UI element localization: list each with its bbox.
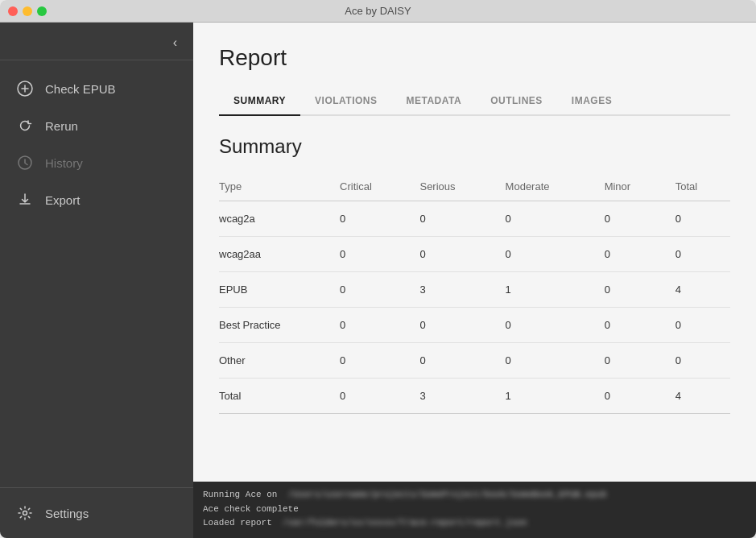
- tab-metadata[interactable]: METADATA: [392, 87, 477, 116]
- cell-value: 0: [330, 308, 410, 343]
- cell-value: 3: [410, 272, 495, 308]
- cell-value: 0: [666, 237, 730, 272]
- cell-value: 0: [595, 379, 666, 414]
- cell-value: 0: [595, 237, 666, 272]
- col-total: Total: [666, 174, 730, 201]
- settings-icon: [16, 504, 34, 522]
- sidebar-bottom: Settings: [0, 487, 193, 538]
- cell-value: 0: [330, 379, 410, 414]
- close-button[interactable]: [8, 6, 18, 16]
- table-header-row: Type Critical Serious Moderate Minor Tot…: [219, 174, 730, 201]
- rerun-icon: [16, 117, 34, 134]
- cell-value: 0: [330, 343, 410, 379]
- cell-value: 4: [666, 272, 730, 308]
- sidebar-nav: Check EPUB Rerun: [0, 60, 193, 487]
- col-moderate: Moderate: [496, 174, 595, 201]
- report-title: Report: [219, 45, 730, 71]
- history-label: History: [45, 156, 83, 170]
- table-row: Total03104: [219, 379, 730, 414]
- cell-value: 0: [330, 272, 410, 308]
- log-path-1: /Users/username/projects/SomeProject/boo…: [288, 490, 607, 499]
- cell-value: 0: [410, 308, 495, 343]
- log-bar: Running Ace on /Users/username/projects/…: [193, 482, 756, 538]
- settings-label: Settings: [45, 507, 89, 520]
- table-row: wcag2a00000: [219, 201, 730, 237]
- cell-type: Best Practice: [219, 308, 330, 343]
- rerun-label: Rerun: [45, 119, 78, 133]
- table-row: Other00000: [219, 343, 730, 379]
- svg-point-4: [23, 511, 27, 515]
- col-serious: Serious: [410, 174, 495, 201]
- cell-value: 1: [496, 379, 595, 414]
- sidebar-item-export[interactable]: Export: [0, 181, 193, 218]
- cell-value: 0: [595, 201, 666, 237]
- cell-value: 0: [496, 201, 595, 237]
- tab-summary[interactable]: SUMMARY: [219, 87, 300, 116]
- cell-value: 0: [595, 308, 666, 343]
- export-icon: [16, 191, 34, 209]
- cell-type: Total: [219, 379, 330, 414]
- table-row: Best Practice00000: [219, 308, 730, 343]
- cell-type: Other: [219, 343, 330, 379]
- cell-type: wcag2aa: [219, 237, 330, 272]
- cell-value: 0: [496, 237, 595, 272]
- cell-type: EPUB: [219, 272, 330, 308]
- cell-value: 0: [496, 343, 595, 379]
- cell-value: 0: [410, 343, 495, 379]
- export-label: Export: [45, 193, 80, 207]
- cell-value: 4: [666, 379, 730, 414]
- sidebar-collapse-section: ‹: [0, 23, 193, 60]
- sidebar: ‹ Check EPUB: [0, 23, 193, 538]
- log-line-2: Ace check complete: [203, 503, 746, 517]
- col-type: Type: [219, 174, 330, 201]
- cell-value: 0: [330, 237, 410, 272]
- report-header: Report SUMMARY VIOLATIONS METADATA OUTLI…: [193, 23, 756, 116]
- cell-value: 0: [410, 201, 495, 237]
- tab-images[interactable]: IMAGES: [557, 87, 626, 116]
- cell-value: 0: [666, 201, 730, 237]
- summary-title: Summary: [219, 135, 730, 158]
- cell-type: wcag2a: [219, 201, 330, 237]
- main-content: Report SUMMARY VIOLATIONS METADATA OUTLI…: [193, 23, 756, 538]
- summary-body: Summary Type Critical Serious Moderate M…: [193, 116, 756, 482]
- history-icon: [16, 154, 34, 172]
- title-bar: Ace by DAISY: [0, 0, 756, 23]
- cell-value: 3: [410, 379, 495, 414]
- table-row: EPUB03104: [219, 272, 730, 308]
- minimize-button[interactable]: [23, 6, 32, 16]
- sidebar-item-check-epub[interactable]: Check EPUB: [0, 70, 193, 107]
- tabs-container: SUMMARY VIOLATIONS METADATA OUTLINES IMA…: [219, 87, 730, 116]
- window-controls: [8, 6, 47, 16]
- log-line-3: Loaded report /var/folders/xx/xxxxx/T/ac…: [203, 516, 746, 531]
- cell-value: 0: [666, 308, 730, 343]
- col-critical: Critical: [330, 174, 410, 201]
- log-path-2: /var/folders/xx/xxxxx/T/ace-report/repor…: [283, 518, 527, 528]
- cell-value: 0: [330, 201, 410, 237]
- sidebar-item-history[interactable]: History: [0, 144, 193, 181]
- collapse-sidebar-button[interactable]: ‹: [170, 34, 180, 52]
- window-title: Ace by DAISY: [345, 5, 411, 17]
- col-minor: Minor: [595, 174, 666, 201]
- tab-violations[interactable]: VIOLATIONS: [300, 87, 391, 116]
- cell-value: 0: [410, 237, 495, 272]
- check-epub-icon: [16, 80, 34, 97]
- cell-value: 0: [595, 272, 666, 308]
- log-line-1: Running Ace on /Users/username/projects/…: [203, 488, 746, 503]
- check-epub-label: Check EPUB: [45, 82, 116, 96]
- sidebar-item-rerun[interactable]: Rerun: [0, 107, 193, 144]
- cell-value: 0: [666, 343, 730, 379]
- tab-outlines[interactable]: OUTLINES: [476, 87, 557, 116]
- app-body: ‹ Check EPUB: [0, 23, 756, 538]
- maximize-button[interactable]: [37, 6, 47, 16]
- cell-value: 0: [595, 343, 666, 379]
- cell-value: 0: [496, 308, 595, 343]
- table-row: wcag2aa00000: [219, 237, 730, 272]
- sidebar-item-settings[interactable]: Settings: [0, 495, 193, 532]
- summary-table: Type Critical Serious Moderate Minor Tot…: [219, 174, 730, 414]
- cell-value: 1: [496, 272, 595, 308]
